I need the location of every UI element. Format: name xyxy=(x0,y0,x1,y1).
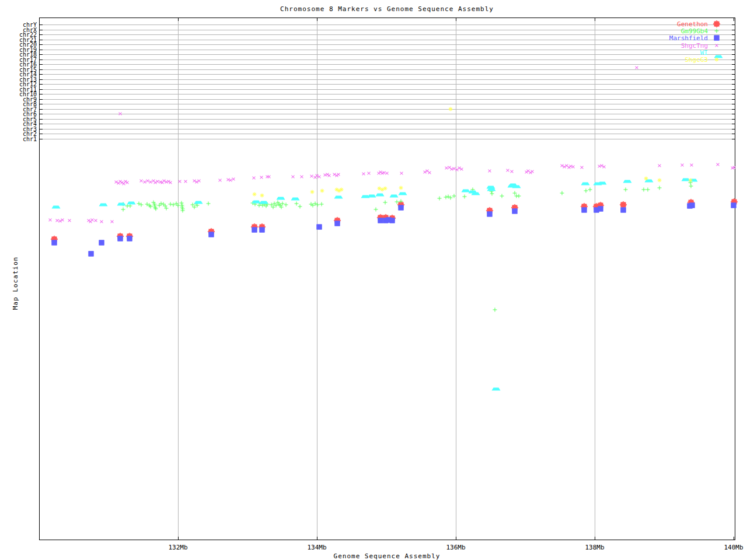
data-point-square xyxy=(598,206,603,212)
y-tick-label: chr1 xyxy=(0,136,37,142)
data-point-plus xyxy=(689,184,694,189)
x-tick-label: 136Mb xyxy=(432,544,479,551)
data-point-star xyxy=(448,107,453,112)
plot-area xyxy=(39,18,735,540)
data-point-star xyxy=(399,186,404,191)
y-tick-right xyxy=(732,50,735,50)
data-point-x xyxy=(580,165,585,170)
y-tick-left xyxy=(40,69,43,70)
legend-label-genethon: Genethon xyxy=(609,21,708,27)
data-point-triangle xyxy=(598,177,603,182)
x-tick-label: 138Mb xyxy=(571,544,618,551)
data-point-plus xyxy=(180,208,186,214)
data-point-square xyxy=(487,212,493,217)
data-point-x xyxy=(110,219,115,225)
data-point-x xyxy=(634,65,640,71)
data-point-square xyxy=(399,205,404,211)
chromosome-gridline xyxy=(40,64,735,65)
x-tick-label: 134Mb xyxy=(294,544,340,551)
y-tick-left xyxy=(40,139,43,139)
x-tick-bottom xyxy=(317,537,317,540)
x-tick-top xyxy=(317,18,317,21)
data-point-plus xyxy=(319,202,324,207)
chromosome-gridline xyxy=(40,74,735,75)
data-point-triangle xyxy=(472,187,477,192)
y-tick-left xyxy=(40,50,43,50)
y-tick-left xyxy=(40,54,43,55)
data-point-x xyxy=(125,180,130,186)
data-point-triangle xyxy=(194,196,200,201)
y-tick-right xyxy=(732,89,735,90)
x-tick-label: 140Mb xyxy=(710,544,747,551)
y-tick-right xyxy=(732,44,735,45)
data-point-x xyxy=(93,218,99,223)
data-point-square xyxy=(317,225,322,230)
x-gridline xyxy=(595,18,595,540)
data-point-x xyxy=(99,219,104,225)
legend-marker-gm99gb4 xyxy=(714,29,720,34)
data-point-triangle xyxy=(390,190,395,195)
chromosome-gridline xyxy=(40,104,735,104)
data-point-plus xyxy=(284,202,289,208)
data-point-square xyxy=(252,228,257,233)
y-tick-left xyxy=(40,114,43,114)
chromosome-gridline xyxy=(40,134,735,134)
data-point-star xyxy=(657,178,662,183)
y-tick-right xyxy=(732,64,735,65)
data-point-plus xyxy=(139,202,144,208)
legend-label-shgctng: ShgcTng xyxy=(609,43,708,49)
data-point-triangle xyxy=(512,180,518,186)
data-point-x xyxy=(317,174,322,180)
data-point-x xyxy=(118,111,123,117)
y-tick-left xyxy=(40,129,43,130)
data-point-plus xyxy=(437,196,442,201)
data-point-plus xyxy=(645,187,651,192)
data-point-triangle xyxy=(492,383,497,388)
data-point-square xyxy=(582,208,587,213)
y-tick-right xyxy=(732,30,735,30)
data-point-star xyxy=(688,178,693,183)
chromosome-gridline xyxy=(40,119,735,120)
y-tick-left xyxy=(40,40,43,40)
data-point-triangle xyxy=(462,184,467,190)
y-tick-left xyxy=(40,24,43,25)
x-tick-bottom xyxy=(595,537,595,540)
data-point-square xyxy=(690,203,695,208)
data-point-triangle xyxy=(291,192,296,198)
legend-marker-genethon xyxy=(714,22,720,27)
data-point-square xyxy=(260,228,265,233)
data-point-plus xyxy=(452,194,457,199)
y-tick-left xyxy=(40,79,43,80)
x-tick-bottom xyxy=(734,537,734,540)
legend-marker-shgcg3 xyxy=(714,57,720,62)
x-tick-top xyxy=(595,18,595,21)
data-point-square xyxy=(512,209,518,214)
y-tick-right xyxy=(732,129,735,130)
y-tick-left xyxy=(40,44,43,45)
x-gridline xyxy=(178,18,179,540)
data-point-x xyxy=(366,171,372,176)
y-tick-left xyxy=(40,89,43,90)
data-point-x xyxy=(336,172,341,177)
data-point-triangle xyxy=(581,177,587,183)
data-point-triangle xyxy=(682,173,687,178)
y-tick-left xyxy=(40,119,43,120)
data-point-x xyxy=(327,173,332,178)
data-point-plus xyxy=(516,194,522,199)
data-point-x xyxy=(689,163,694,168)
data-point-x xyxy=(361,172,366,177)
data-point-plus xyxy=(560,191,565,196)
data-point-triangle xyxy=(361,190,366,195)
data-point-plus xyxy=(500,194,505,199)
data-point-x xyxy=(459,167,465,172)
data-point-star xyxy=(252,192,257,197)
y-tick-left xyxy=(40,94,43,94)
legend-label-marshfield: Marshfield xyxy=(609,35,708,41)
y-tick-left xyxy=(40,30,43,30)
chromosome-gridline xyxy=(40,69,735,70)
chromosome-gridline xyxy=(40,129,735,130)
x-axis-title: Genome Sequence Assembly xyxy=(39,552,735,560)
data-point-x xyxy=(427,170,432,176)
data-point-square xyxy=(52,240,57,246)
data-point-triangle xyxy=(117,198,123,203)
